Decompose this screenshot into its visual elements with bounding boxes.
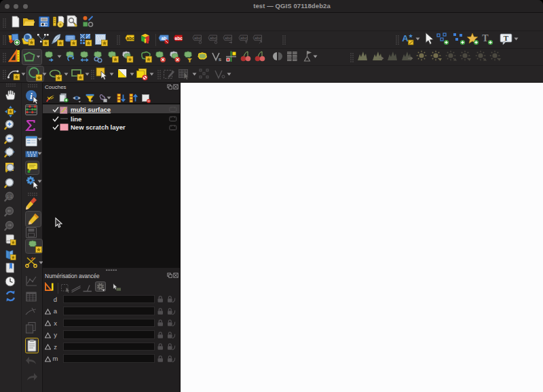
svg-text:T: T (482, 33, 489, 43)
svg-text:A: A (402, 33, 409, 43)
svg-text:1:1: 1:1 (7, 195, 13, 199)
svg-text:s: s (219, 56, 222, 62)
svg-text:abc: abc (210, 36, 217, 40)
svg-text:abc: abc (255, 36, 262, 40)
svg-text:abc: abc (225, 36, 232, 40)
svg-text:T: T (504, 34, 509, 42)
svg-text:abc: abc (240, 36, 248, 40)
svg-text:abc: abc (194, 36, 202, 40)
svg-text:abc: abc (175, 36, 183, 41)
svg-text:abc: abc (127, 36, 135, 41)
svg-text:1 2 3: 1 2 3 (28, 153, 35, 157)
svg-text:ab: ab (162, 36, 167, 41)
